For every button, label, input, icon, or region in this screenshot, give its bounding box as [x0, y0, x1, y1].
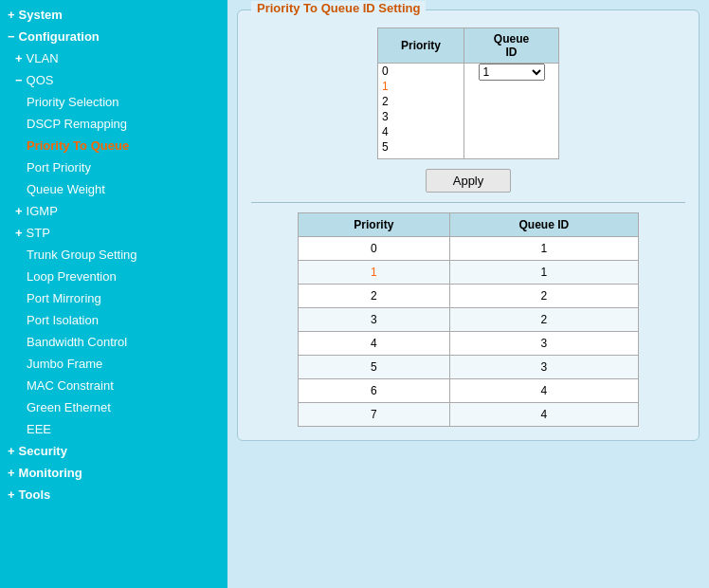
sidebar-item-tools[interactable]: + Tools: [0, 484, 227, 505]
table-priority-cell: 0: [299, 237, 450, 261]
sidebar-prefix-tools: +: [8, 487, 15, 502]
table-row: 43: [299, 332, 639, 356]
table-queueid-cell: 1: [449, 261, 638, 285]
table-priority-cell: 3: [299, 308, 450, 332]
sidebar-label-qos: QOS: [27, 73, 54, 87]
sidebar-label-security: Security: [19, 444, 67, 458]
sidebar-item-port-priority[interactable]: Port Priority: [0, 156, 227, 178]
sidebar-label-dscp-remapping: DSCP Remapping: [27, 117, 127, 131]
sidebar-item-vlan[interactable]: + VLAN: [0, 47, 227, 69]
sidebar-label-stp: STP: [27, 226, 50, 240]
sidebar-label-igmp: IGMP: [27, 204, 58, 218]
sidebar-item-bandwidth-control[interactable]: Bandwidth Control: [0, 331, 227, 353]
form-area: Priority Queue ID 012345 1234: [251, 28, 685, 159]
sidebar-item-priority-to-queue[interactable]: Priority To Queue: [0, 135, 227, 156]
sidebar-prefix-configuration: −: [8, 29, 15, 44]
table-queueid-cell: 2: [449, 285, 638, 308]
sidebar-prefix-security: +: [8, 444, 15, 458]
apply-button[interactable]: Apply: [426, 169, 512, 193]
sidebar-label-monitoring: Monitoring: [19, 466, 82, 480]
table-queueid-cell: 4: [449, 403, 638, 427]
sidebar-item-mac-constraint[interactable]: MAC Constraint: [0, 375, 227, 396]
sidebar-prefix-system: +: [8, 8, 15, 22]
main-content: Priority To Queue ID Setting Priority Qu…: [227, 0, 709, 588]
panel-title: Priority To Queue ID Setting: [251, 1, 426, 15]
table-priority-cell: 2: [299, 285, 450, 308]
sidebar-item-trunk-group-setting[interactable]: Trunk Group Setting: [0, 244, 227, 266]
sidebar-prefix-stp: +: [15, 226, 23, 240]
sidebar-label-bandwidth-control: Bandwidth Control: [27, 335, 127, 349]
table-body: 0111223243536474: [299, 237, 639, 427]
sidebar-item-green-ethernet[interactable]: Green Ethernet: [0, 396, 227, 418]
queueid-select-cell: 1234: [464, 64, 559, 159]
sidebar-label-port-isolation: Port Isolation: [27, 313, 99, 327]
sidebar-label-loop-prevention: Loop Prevention: [27, 269, 117, 284]
table-priority-cell: 4: [299, 332, 450, 356]
sidebar-label-port-mirroring: Port Mirroring: [27, 291, 101, 305]
sidebar: + System− Configuration+ VLAN− QOSPriori…: [0, 0, 227, 588]
sidebar-label-tools: Tools: [19, 487, 51, 502]
table-row: 74: [299, 403, 639, 427]
table-row: 11: [299, 261, 639, 285]
sidebar-label-port-priority: Port Priority: [27, 160, 91, 175]
table-queueid-cell: 3: [449, 356, 638, 379]
sidebar-item-eee[interactable]: EEE: [0, 418, 227, 440]
table-row: 01: [299, 237, 639, 261]
sidebar-label-configuration: Configuration: [19, 29, 100, 44]
sidebar-label-system: System: [19, 8, 63, 22]
sidebar-label-eee: EEE: [27, 422, 51, 436]
sidebar-label-queue-weight: Queue Weight: [27, 182, 105, 196]
sidebar-item-stp[interactable]: + STP: [0, 222, 227, 244]
sidebar-label-trunk-group-setting: Trunk Group Setting: [27, 248, 137, 262]
sidebar-label-priority-to-queue: Priority To Queue: [27, 138, 129, 153]
sidebar-item-port-isolation[interactable]: Port Isolation: [0, 309, 227, 331]
table-priority-header: Priority: [299, 213, 450, 237]
sidebar-item-qos[interactable]: − QOS: [0, 69, 227, 91]
sidebar-item-security[interactable]: + Security: [0, 440, 227, 462]
priority-queue-table: Priority Queue ID 0111223243536474: [298, 212, 639, 427]
table-queueid-cell: 2: [449, 308, 638, 332]
sidebar-label-priority-selection: Priority Selection: [27, 95, 119, 109]
priority-queue-form-table: Priority Queue ID 012345 1234: [377, 28, 559, 159]
table-queueid-header: Queue ID: [449, 213, 638, 237]
table-row: 22: [299, 285, 639, 308]
sidebar-item-port-mirroring[interactable]: Port Mirroring: [0, 287, 227, 309]
sidebar-item-priority-selection[interactable]: Priority Selection: [0, 91, 227, 113]
sidebar-label-green-ethernet: Green Ethernet: [27, 400, 111, 414]
sidebar-item-dscp-remapping[interactable]: DSCP Remapping: [0, 113, 227, 135]
sidebar-prefix-vlan: +: [15, 51, 23, 65]
sidebar-item-loop-prevention[interactable]: Loop Prevention: [0, 266, 227, 287]
sidebar-item-monitoring[interactable]: + Monitoring: [0, 462, 227, 484]
table-queueid-cell: 3: [449, 332, 638, 356]
sidebar-prefix-qos: −: [15, 73, 23, 87]
sidebar-label-jumbo-frame: Jumbo Frame: [27, 357, 102, 371]
table-row: 32: [299, 308, 639, 332]
sidebar-item-configuration[interactable]: − Configuration: [0, 26, 227, 47]
queueid-col-header: Queue ID: [464, 28, 559, 64]
panel: Priority To Queue ID Setting Priority Qu…: [237, 9, 700, 441]
table-row: 64: [299, 379, 639, 403]
sidebar-prefix-monitoring: +: [8, 466, 15, 480]
sidebar-item-igmp[interactable]: + IGMP: [0, 200, 227, 222]
queue-id-select[interactable]: 1234: [479, 64, 545, 81]
table-row: 53: [299, 356, 639, 379]
sidebar-item-system[interactable]: + System: [0, 4, 227, 26]
divider: [251, 202, 685, 203]
sidebar-item-jumbo-frame[interactable]: Jumbo Frame: [0, 353, 227, 375]
sidebar-prefix-igmp: +: [15, 204, 23, 218]
priority-listbox[interactable]: 012345: [378, 64, 454, 158]
table-priority-cell: 7: [299, 403, 450, 427]
sidebar-label-mac-constraint: MAC Constraint: [27, 378, 114, 393]
priority-col-header: Priority: [377, 28, 464, 64]
table-queueid-cell: 1: [449, 237, 638, 261]
table-priority-cell: 6: [299, 379, 450, 403]
sidebar-item-queue-weight[interactable]: Queue Weight: [0, 178, 227, 200]
table-queueid-cell: 4: [449, 379, 638, 403]
table-priority-cell: 1: [299, 261, 450, 285]
table-priority-cell: 5: [299, 356, 450, 379]
priority-listbox-cell: 012345: [377, 64, 464, 159]
sidebar-label-vlan: VLAN: [27, 51, 59, 65]
